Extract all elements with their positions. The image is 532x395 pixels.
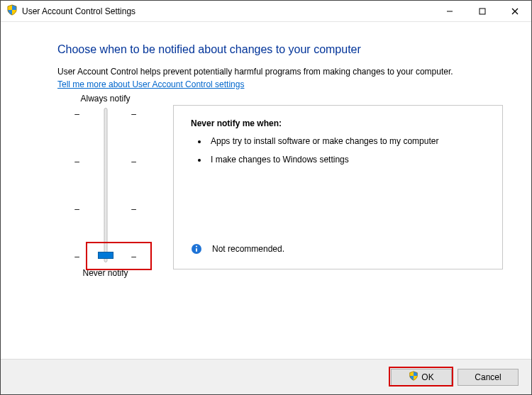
shield-icon <box>409 371 419 383</box>
panel-title: Never notify me when: <box>191 118 489 128</box>
maximize-icon <box>479 8 486 15</box>
panel-item-2: I make changes to Windows settings <box>208 154 489 165</box>
window-title: User Account Control Settings <box>22 6 135 16</box>
ok-button[interactable]: OK <box>391 369 452 386</box>
description-text: User Account Control helps prevent poten… <box>57 66 503 78</box>
description-panel: Never notify me when: Apps try to instal… <box>173 105 503 269</box>
minimize-icon <box>446 8 453 15</box>
ok-label: OK <box>421 372 433 382</box>
titlebar: User Account Control Settings <box>1 1 531 22</box>
slider-column: Always notify –– –– –– –– Never notify <box>57 94 153 278</box>
minimize-button[interactable] <box>433 1 466 22</box>
panel-footer: Not recommended. <box>191 243 489 259</box>
maximize-button[interactable] <box>466 1 499 22</box>
slider-bottom-label: Never notify <box>82 268 128 278</box>
shield-icon <box>6 4 18 18</box>
page-heading: Choose when to be notified about changes… <box>57 43 503 56</box>
help-link[interactable]: Tell me more about User Account Control … <box>57 79 244 89</box>
title-area: User Account Control Settings <box>6 4 433 18</box>
uac-window: User Account Control Settings Choose whe… <box>0 0 532 395</box>
annotation-highlight-slider <box>86 242 152 270</box>
notification-slider[interactable]: –– –– –– –– <box>74 108 138 264</box>
content-area: Choose when to be notified about changes… <box>1 22 531 359</box>
close-button[interactable] <box>499 1 531 22</box>
panel-list: Apps try to install software or make cha… <box>196 135 489 172</box>
footer: OK Cancel <box>1 359 531 394</box>
slider-track <box>104 108 107 262</box>
close-icon <box>511 8 519 15</box>
body-row: Always notify –– –– –– –– Never notify N… <box>57 94 503 278</box>
recommendation-text: Not recommended. <box>212 244 284 254</box>
slider-thumb[interactable] <box>98 252 113 259</box>
cancel-label: Cancel <box>475 372 501 382</box>
svg-rect-4 <box>480 9 485 14</box>
info-icon <box>191 243 202 255</box>
panel-item-1: Apps try to install software or make cha… <box>208 135 489 147</box>
slider-top-label: Always notify <box>80 94 130 104</box>
cancel-button[interactable]: Cancel <box>458 369 519 386</box>
